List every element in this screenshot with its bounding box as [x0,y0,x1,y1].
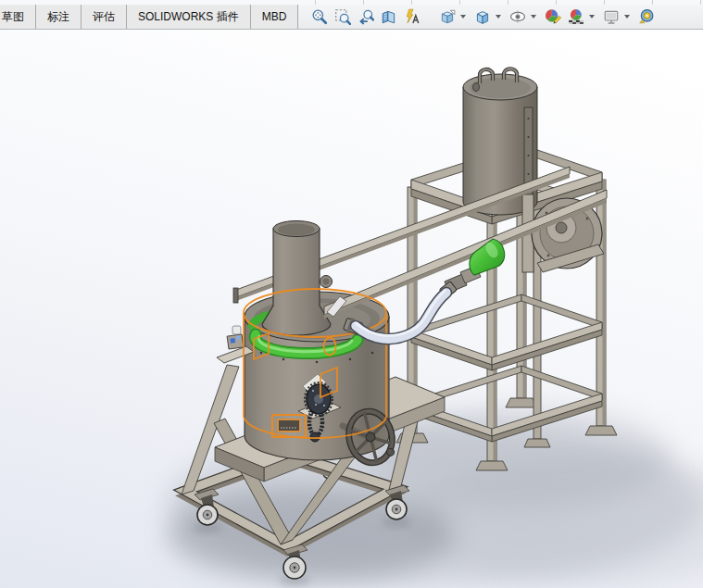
zoom-to-fit-icon [311,8,328,25]
annotation-visibility-icon [404,8,421,25]
edit-appearance-icon [545,8,561,25]
sensor-light-blue [236,335,241,340]
dropdown-caret[interactable] [587,6,596,28]
model-viewport[interactable] [0,30,703,588]
view-settings-icon [603,8,620,25]
tab-sketch[interactable]: 草图 [0,5,36,29]
annotation-visibility-button[interactable] [400,6,423,28]
zoom-to-fit-button[interactable] [308,6,331,28]
sensor-blue [230,338,235,344]
measure-icon [638,8,655,25]
previous-view-icon [358,8,374,25]
hide-show-items-icon [509,8,526,25]
caster[interactable] [283,544,308,579]
graphics-viewport[interactable] [0,30,703,588]
heads-up-view-toolbar [308,5,658,29]
zoom-to-area-button[interactable] [331,6,354,28]
previous-view-button[interactable] [354,6,377,28]
tab-annotate[interactable]: 标注 [36,5,82,29]
command-manager-tabs: 草图 标注 评估 SOLIDWORKS 插件 MBD [0,5,298,29]
ribbon-top-edge [0,0,703,5]
section-view-icon [381,8,397,25]
chimney-side-port [320,276,333,288]
view-orientation-icon [439,8,456,25]
measure-button[interactable] [634,6,658,28]
tab-mbd[interactable]: MBD [251,5,299,29]
display-style-button[interactable] [471,6,494,28]
dropdown-caret[interactable] [622,6,632,28]
zoom-to-area-icon [334,8,351,25]
dropdown-caret[interactable] [529,6,538,28]
display-style-icon [474,8,491,25]
tab-addins[interactable]: SOLIDWORKS 插件 [127,5,251,29]
dropdown-caret[interactable] [494,6,503,28]
view-settings-button[interactable] [599,6,622,28]
dropdown-caret[interactable] [458,6,468,28]
tab-evaluate[interactable]: 评估 [82,5,127,29]
apply-scene-button[interactable] [564,6,587,28]
apply-scene-icon [568,8,584,25]
rail-end-cap [233,288,238,303]
view-orientation-button[interactable] [435,6,458,28]
hide-show-items-button[interactable] [506,6,529,28]
edit-appearance-button[interactable] [541,6,564,28]
command-toolbar: 草图 标注 评估 SOLIDWORKS 插件 MBD [0,0,703,30]
section-view-button[interactable] [377,6,400,28]
